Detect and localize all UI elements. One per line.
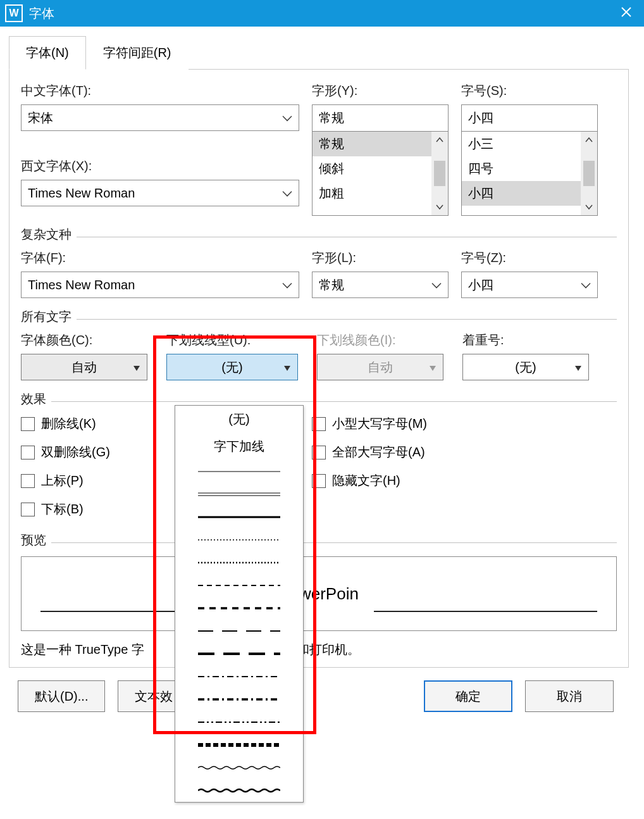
cn-font-combo[interactable]: 宋体 [21, 104, 299, 131]
c-size-value: 小四 [468, 277, 493, 294]
underline-color-dropdown: 自动 [317, 354, 443, 380]
scroll-up-icon[interactable] [585, 132, 593, 148]
scroll-down-icon[interactable] [585, 199, 593, 215]
label-west-font: 西文字体(X): [21, 158, 299, 175]
underline-option-words[interactable]: 字下加线 [175, 433, 303, 460]
window-title: 字体 [29, 5, 614, 22]
preview-line [374, 575, 597, 612]
underline-option-dot-dash[interactable] [175, 665, 303, 688]
chevron-down-icon [431, 278, 442, 292]
section-effects: 效果 [21, 391, 46, 408]
style-option[interactable]: 加粗 [313, 181, 431, 206]
c-style-value: 常规 [319, 277, 344, 294]
underline-color-value: 自动 [368, 359, 393, 376]
size-option[interactable]: 小四 [462, 181, 581, 206]
underline-option-dash[interactable] [175, 574, 303, 597]
label-font-color: 字体颜色(C): [21, 332, 154, 349]
section-all-text: 所有文字 [21, 308, 71, 325]
triangle-down-icon [133, 360, 140, 375]
size-input[interactable]: 小四 [461, 104, 598, 131]
underline-option-double[interactable] [175, 483, 303, 506]
label-style: 字形(Y): [312, 82, 449, 99]
checkbox-smallcaps[interactable]: 小型大写字母(M) [312, 415, 590, 432]
checkbox-icon [21, 446, 35, 460]
style-input-value: 常规 [319, 109, 344, 127]
label-c-font: 字体(F): [21, 249, 299, 266]
underline-option-dash-long-heavy[interactable] [175, 642, 303, 665]
underline-option-dotted[interactable] [175, 528, 303, 551]
scroll-thumb[interactable] [434, 161, 445, 186]
underline-option-dot-dash-heavy[interactable] [175, 688, 303, 711]
west-font-value: Times New Roman [28, 186, 135, 201]
chevron-down-icon [282, 186, 292, 201]
checkbox-icon [21, 503, 35, 516]
underline-option-thick-bar[interactable] [175, 734, 303, 756]
font-color-dropdown[interactable]: 自动 [21, 354, 147, 380]
checkbox-allcaps[interactable]: 全部大写字母(A) [312, 444, 590, 461]
tab-spacing[interactable]: 字符间距(R) [86, 36, 189, 70]
font-color-value: 自动 [71, 359, 97, 376]
checkbox-icon [312, 474, 326, 488]
underline-option-thick[interactable] [175, 506, 303, 528]
west-font-combo[interactable]: Times New Roman [21, 180, 299, 206]
scrollbar[interactable] [431, 132, 448, 215]
preview-area: PowerPoin [21, 556, 617, 631]
label-size: 字号(S): [461, 82, 598, 99]
underline-option-wave-heavy[interactable] [175, 779, 303, 802]
emphasis-value: (无) [515, 359, 536, 376]
underline-option-dotted-heavy[interactable] [175, 551, 303, 574]
close-icon[interactable] [614, 5, 639, 22]
style-option[interactable]: 常规 [313, 132, 431, 156]
underline-style-value: (无) [221, 359, 242, 376]
underline-style-dropdown[interactable]: (无) [166, 354, 298, 380]
size-input-value: 小四 [468, 109, 493, 127]
ok-button[interactable]: 确定 [424, 680, 512, 712]
checkbox-icon [312, 417, 326, 431]
scroll-thumb[interactable] [583, 161, 595, 186]
triangle-down-icon [574, 360, 582, 375]
underline-option-dash-long[interactable] [175, 620, 303, 642]
chevron-down-icon [581, 278, 591, 292]
style-input[interactable]: 常规 [312, 104, 449, 131]
label-underline-color: 下划线颜色(I): [317, 332, 450, 349]
underline-option-dash-heavy[interactable] [175, 597, 303, 620]
style-option[interactable]: 倾斜 [313, 156, 431, 181]
label-emphasis: 着重号: [462, 332, 595, 349]
truetype-note: 这是一种 TrueType 字 和打印机。 [21, 641, 617, 658]
checkbox-icon [312, 446, 326, 460]
section-complex: 复杂文种 [21, 226, 71, 243]
scrollbar[interactable] [581, 132, 597, 215]
emphasis-dropdown[interactable]: (无) [462, 354, 589, 380]
underline-style-popup[interactable]: (无) 字下加线 [175, 405, 304, 803]
scroll-down-icon[interactable] [436, 199, 443, 215]
label-c-size: 字号(Z): [461, 249, 598, 266]
triangle-down-icon [283, 360, 291, 375]
size-listbox[interactable]: 小三 四号 小四 [461, 131, 598, 216]
tab-bar: 字体(N) 字符间距(R) [9, 35, 629, 70]
c-size-combo[interactable]: 小四 [461, 272, 598, 298]
style-listbox[interactable]: 常规 倾斜 加粗 [312, 131, 449, 216]
c-font-combo[interactable]: Times New Roman [21, 272, 299, 298]
tab-font[interactable]: 字体(N) [9, 36, 86, 70]
underline-option-dot-dot-dash[interactable] [175, 711, 303, 734]
dialog-footer: 默认(D)... 文本效 确定 取消 [9, 668, 629, 722]
cn-font-value: 宋体 [28, 109, 53, 127]
label-cn-font: 中文字体(T): [21, 82, 299, 99]
chevron-down-icon [282, 278, 292, 292]
size-option[interactable]: 小三 [462, 132, 581, 156]
default-button[interactable]: 默认(D)... [18, 680, 105, 712]
triangle-down-icon [429, 360, 437, 375]
app-icon: W [5, 4, 23, 22]
checkbox-icon [21, 417, 35, 431]
underline-option-wave[interactable] [175, 756, 303, 779]
size-option[interactable]: 四号 [462, 156, 581, 181]
c-font-value: Times New Roman [28, 278, 135, 292]
label-c-style: 字形(L): [312, 249, 449, 266]
underline-option-single[interactable] [175, 460, 303, 483]
checkbox-hidden[interactable]: 隐藏文字(H) [312, 472, 590, 489]
section-preview: 预览 [21, 532, 46, 549]
scroll-up-icon[interactable] [436, 132, 443, 148]
c-style-combo[interactable]: 常规 [312, 272, 449, 298]
cancel-button[interactable]: 取消 [525, 680, 614, 712]
underline-option-none[interactable]: (无) [175, 406, 303, 433]
